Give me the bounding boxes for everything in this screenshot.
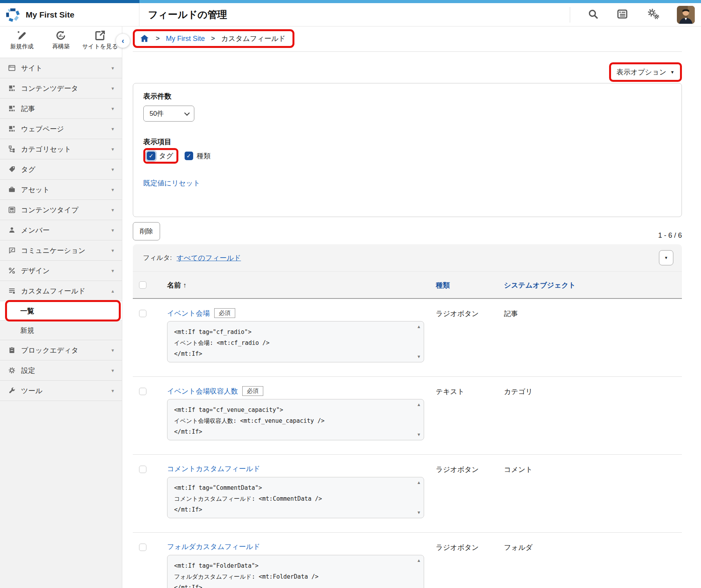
select-all-checkbox[interactable] — [139, 281, 146, 289]
sidebar-item-design[interactable]: デザイン▼ — [0, 261, 122, 281]
checkbox-tag[interactable]: ✓ タグ — [143, 148, 178, 164]
chevron-down-icon: ▼ — [111, 248, 115, 253]
home-icon[interactable] — [139, 34, 150, 43]
sidebar-item-custom-fields[interactable]: カスタムフィールド▲ — [0, 281, 122, 301]
sidebar-item-entry[interactable]: 記事▼ — [0, 99, 122, 119]
row-checkbox[interactable] — [139, 466, 146, 473]
field-name-link[interactable]: コメントカスタムフィールド — [167, 464, 260, 473]
list-menu-icon[interactable] — [616, 8, 629, 21]
template-code-box[interactable]: <mt:If tag="cf_venue_capacity"> イベント会場収容… — [167, 399, 424, 440]
checkbox-type[interactable]: ✓ 種類 — [185, 151, 211, 161]
breadcrumb-site-link[interactable]: My First Site — [166, 35, 205, 43]
system-object: カテゴリ — [504, 387, 533, 396]
row-checkbox[interactable] — [139, 388, 146, 395]
template-code: <mt:If tag="cf_radio"> イベント会場: <mt:cf_ra… — [174, 327, 410, 359]
scroll-up-icon[interactable]: ▲ — [417, 480, 421, 485]
filter-label: フィルタ: — [143, 253, 172, 262]
system-object: 記事 — [504, 309, 518, 318]
scroll-up-icon[interactable]: ▲ — [417, 325, 421, 329]
field-type: ラジオボタン — [436, 309, 479, 318]
divider — [133, 51, 682, 52]
scroll-down-icon[interactable]: ▼ — [417, 355, 421, 359]
rebuild-label: 再構築 — [52, 43, 70, 50]
table-header: 名前 ↑ 種類 システムオブジェクト — [133, 272, 682, 299]
field-name-link[interactable]: フォルダカスタムフィールド — [167, 542, 260, 551]
rows-per-page-select[interactable]: 50件 — [143, 106, 194, 122]
search-icon[interactable] — [587, 8, 599, 21]
reset-defaults-link[interactable]: 既定値にリセット — [143, 178, 200, 188]
required-badge: 必須 — [214, 308, 235, 318]
template-code: <mt:If tag="CommentData"> コメントカスタムフィールド:… — [174, 482, 410, 515]
row-checkbox[interactable] — [139, 544, 146, 551]
open-in-new-icon — [94, 30, 106, 41]
rebuild-button[interactable]: 再構築 — [41, 30, 80, 58]
sidebar-item-member[interactable]: メンバー▼ — [0, 220, 122, 240]
brand[interactable]: My First Site — [0, 3, 139, 26]
sidebar-item-settings[interactable]: 設定▼ — [0, 360, 122, 381]
column-header-type[interactable]: 種類 — [436, 281, 450, 290]
scroll-up-icon[interactable]: ▲ — [417, 558, 421, 563]
grid-icon — [8, 104, 16, 113]
sidebar-item-asset[interactable]: アセット▼ — [0, 180, 122, 200]
breadcrumb-separator: > — [211, 35, 215, 42]
breadcrumb-separator: > — [156, 35, 160, 42]
template-code-box[interactable]: <mt:If tag="CommentData"> コメントカスタムフィールド:… — [167, 477, 424, 518]
field-name-link[interactable]: イベント会場 — [167, 309, 210, 318]
breadcrumb: > My First Site > カスタムフィールド — [133, 29, 294, 48]
system-object: コメント — [504, 465, 533, 474]
template-code-box[interactable]: <mt:If tag="cf_radio"> イベント会場: <mt:cf_ra… — [167, 321, 424, 362]
sidebar-item-tools[interactable]: ツール▼ — [0, 381, 122, 401]
row-checkbox[interactable] — [139, 310, 146, 317]
field-name-link[interactable]: イベント会場収容人数 — [167, 387, 238, 396]
chevron-down-icon: ▼ — [111, 127, 115, 131]
scroll-up-icon[interactable]: ▲ — [417, 403, 421, 407]
sidebar-item-webpage[interactable]: ウェブページ▼ — [0, 119, 122, 139]
chevron-down-icon: ▼ — [111, 86, 115, 91]
template-code: <mt:If tag="FolderData"> フォルダカスタムフィールド: … — [174, 560, 410, 588]
main-content: > My First Site > カスタムフィールド 表示オプション ▼ 表示… — [123, 26, 701, 588]
person-icon — [8, 226, 16, 234]
display-options-toggle[interactable]: 表示オプション ▼ — [609, 62, 682, 82]
field-type: テキスト — [436, 387, 465, 396]
table-row: フォルダカスタムフィールド <mt:If tag="FolderData"> フ… — [133, 533, 682, 588]
clipboard-icon — [8, 346, 16, 354]
sidebar-item-communication[interactable]: コミュニケーション▼ — [0, 240, 122, 261]
scroll-down-icon[interactable]: ▼ — [417, 433, 421, 437]
sidebar-item-custom-fields-list[interactable]: 一覧 — [0, 301, 122, 321]
divider — [570, 7, 570, 23]
sidebar-item-content-data[interactable]: コンテンツデータ▼ — [0, 78, 122, 99]
sidebar-item-tag[interactable]: タグ▼ — [0, 159, 122, 180]
tag-icon — [8, 165, 16, 173]
create-new-label: 新規作成 — [10, 43, 33, 50]
column-header-system-object[interactable]: システムオブジェクト — [504, 281, 576, 290]
template-code-box[interactable]: <mt:If tag="FolderData"> フォルダカスタムフィールド: … — [167, 555, 424, 588]
sidebar-item-category-set[interactable]: カテゴリセット▼ — [0, 139, 122, 159]
pencil-plus-icon — [16, 30, 28, 41]
sidebar-item-block-editor[interactable]: ブロックエディタ▼ — [0, 340, 122, 360]
chevron-down-icon: ▼ — [111, 147, 115, 152]
sidebar-item-custom-fields-new[interactable]: 新規 — [0, 321, 122, 340]
sidebar-item-content-type[interactable]: コンテンツタイプ▼ — [0, 200, 122, 220]
scroll-down-icon[interactable]: ▼ — [417, 510, 421, 515]
fields-list: フィルタ: すべてのフィールド ▼ 名前 ↑ 種類 システムオブジェクト イベン… — [133, 244, 682, 588]
gears-icon[interactable] — [646, 8, 660, 22]
create-new-button[interactable]: 新規作成 — [2, 30, 41, 58]
filter-value-link[interactable]: すべてのフィールド — [176, 253, 241, 263]
grid-icon — [8, 84, 16, 92]
page-title: フィールドの管理 — [139, 8, 227, 21]
sidebar-item-site[interactable]: サイト▼ — [0, 58, 122, 78]
chevron-down-icon: ▼ — [111, 228, 115, 233]
view-site-button[interactable]: サイトを見る — [81, 30, 120, 58]
template-code: <mt:If tag="cf_venue_capacity"> イベント会場収容… — [174, 404, 410, 437]
chevron-down-icon: ▼ — [111, 348, 115, 353]
delete-button[interactable]: 削除 — [133, 222, 160, 240]
chat-check-icon — [8, 246, 16, 254]
table-row: イベント会場 必須 <mt:If tag="cf_radio"> イベント会場:… — [133, 299, 682, 377]
filter-dropdown-button[interactable]: ▼ — [659, 250, 673, 265]
rows-per-page-value: 50件 — [150, 109, 164, 118]
user-avatar[interactable] — [677, 6, 695, 24]
sidebar-collapse-button[interactable]: ‹ — [116, 34, 130, 48]
list-lines-icon — [8, 287, 16, 295]
display-columns-label: 表示項目 — [143, 137, 671, 147]
column-header-name[interactable]: 名前 ↑ — [167, 281, 187, 290]
